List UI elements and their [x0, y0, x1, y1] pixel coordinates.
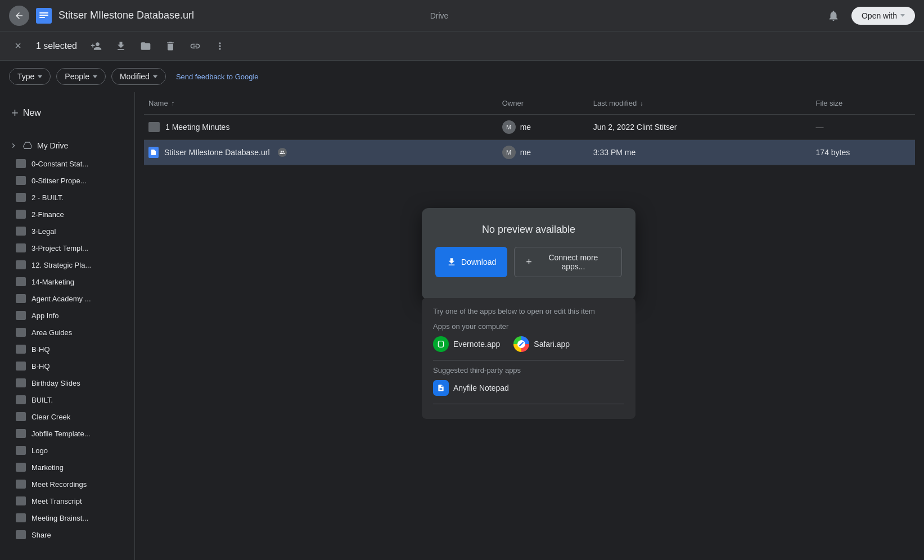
connect-apps-button[interactable]: + Connect more apps... — [514, 247, 622, 277]
sidebar-item-label: Meet Transcript — [31, 497, 82, 505]
popup-buttons: Download + Connect more apps... — [435, 247, 622, 277]
my-drive-header[interactable]: My Drive — [4, 136, 130, 155]
sidebar-item[interactable]: 2-Finance — [4, 206, 130, 223]
folder-icon — [16, 243, 26, 252]
anyfile-app-item[interactable]: Anyfile Notepad — [433, 380, 509, 396]
download-button[interactable]: Download — [435, 247, 507, 277]
modified-chevron-icon — [153, 75, 157, 78]
sidebar-item[interactable]: Marketing — [4, 459, 130, 476]
sidebar-item[interactable]: Share — [4, 526, 130, 543]
people-filter[interactable]: People — [56, 68, 106, 85]
sidebar-item[interactable]: Jobfile Template... — [4, 425, 130, 442]
sort-arrow-icon: ↑ — [171, 100, 174, 107]
selection-toolbar: × 1 selected — [0, 31, 924, 61]
notification-button[interactable] — [822, 4, 845, 27]
sidebar-item[interactable]: App Info — [4, 307, 130, 324]
sidebar-item[interactable]: Agent Academy ... — [4, 290, 130, 307]
copy-link-button[interactable] — [185, 36, 205, 56]
sidebar-item[interactable]: Meet Transcript — [4, 493, 130, 509]
folder-icon — [16, 227, 26, 236]
deselect-button[interactable]: × — [9, 37, 27, 55]
download-toolbar-button[interactable] — [111, 36, 131, 56]
sidebar-item-label: Meeting Brainst... — [31, 514, 88, 522]
modified-cell: Jun 2, 2022 Clint Stitser — [589, 115, 812, 140]
file-name-text: 1 Meeting Minutes — [165, 123, 229, 132]
evernote-icon — [433, 336, 449, 352]
move-button[interactable] — [136, 36, 156, 56]
table-row[interactable]: 1 Meeting MinutesMmeJun 2, 2022 Clint St… — [144, 115, 915, 140]
safari-app-item[interactable]: Safari.app — [513, 336, 570, 352]
folder-icon — [16, 530, 26, 539]
modified-sort-icon: ↓ — [640, 100, 643, 107]
sidebar-item[interactable]: Area Guides — [4, 324, 130, 341]
file-name-text: Stitser MIlestone Database.url — [164, 148, 270, 157]
owner-column-header: Owner — [498, 92, 589, 115]
popup-title: No preview available — [435, 224, 622, 236]
sidebar-item-label: Share — [31, 531, 51, 539]
folder-icon — [16, 362, 26, 371]
modified-filter[interactable]: Modified — [111, 68, 166, 85]
svg-rect-2 — [39, 15, 48, 16]
sidebar-item[interactable]: 12. Strategic Pla... — [4, 256, 130, 273]
sidebar-item-label: B-HQ — [31, 345, 50, 354]
sidebar-item[interactable]: BUILT. — [4, 391, 130, 408]
more-options-button[interactable] — [210, 36, 230, 56]
sidebar-item-label: 3-Project Templ... — [31, 244, 88, 252]
sidebar-item[interactable]: 0-Constant Stat... — [4, 155, 130, 172]
sidebar-item-label: 3-Legal — [31, 227, 56, 236]
folder-file-icon — [148, 122, 160, 132]
folder-icon — [16, 429, 26, 438]
sidebar-item[interactable]: Meet Recordings — [4, 476, 130, 493]
sidebar-item-label: Logo — [31, 446, 48, 455]
sidebar-item[interactable]: 0-Stitser Prope... — [4, 172, 130, 189]
sidebar-item[interactable]: Logo — [4, 442, 130, 459]
shared-badge — [278, 148, 287, 157]
sidebar-item-label: Birthday Slides — [31, 379, 80, 387]
sidebar-item-label: 0-Constant Stat... — [31, 160, 88, 168]
computer-apps-row: Evernote.app Safari.app — [433, 336, 624, 352]
share-button[interactable] — [86, 36, 106, 56]
table-row[interactable]: Stitser MIlestone Database.urlMme3:33 PM… — [144, 140, 915, 165]
safari-app-name: Safari.app — [534, 340, 570, 349]
type-filter[interactable]: Type — [9, 68, 51, 85]
file-row-name: Stitser MIlestone Database.url — [148, 147, 493, 158]
evernote-app-item[interactable]: Evernote.app — [433, 336, 500, 352]
sidebar-item[interactable]: 14-Marketing — [4, 273, 130, 290]
filesize-cell: 174 bytes — [812, 140, 915, 165]
chevron-right-icon — [9, 141, 18, 150]
anyfile-app-name: Anyfile Notepad — [453, 383, 509, 392]
sidebar-item[interactable]: Birthday Slides — [4, 374, 130, 391]
name-column-header[interactable]: Name ↑ — [144, 92, 498, 115]
folder-icon — [16, 463, 26, 472]
anyfile-icon — [433, 380, 449, 396]
sidebar-item[interactable]: B-HQ — [4, 341, 130, 358]
back-button[interactable] — [9, 6, 29, 26]
open-with-button[interactable]: Open with — [851, 7, 915, 25]
sidebar-item-label: 2 - BUILT. — [31, 193, 64, 202]
sidebar-item-label: BUILT. — [31, 396, 53, 404]
folder-icon — [16, 480, 26, 489]
sidebar-item[interactable]: Clear Creek — [4, 408, 130, 425]
sidebar-item[interactable]: 3-Project Templ... — [4, 240, 130, 256]
sidebar-items-container: 0-Constant Stat...0-Stitser Prope...2 - … — [4, 155, 130, 543]
folder-icon — [16, 311, 26, 320]
feedback-link[interactable]: Send feedback to Google — [176, 73, 259, 81]
modified-column-header[interactable]: Last modified ↓ — [589, 92, 812, 115]
sidebar-item[interactable]: 2 - BUILT. — [4, 189, 130, 206]
folder-icon — [16, 328, 26, 337]
sidebar-item[interactable]: B-HQ — [4, 358, 130, 374]
apps-panel: Try one of the apps below to open or edi… — [422, 298, 635, 419]
sidebar: + New My Drive 0-Constant Stat...0-Stits… — [0, 92, 135, 560]
owner-cell: Mme — [498, 140, 589, 165]
sidebar-item-label: 14-Marketing — [31, 278, 74, 286]
folder-icon — [16, 210, 26, 219]
modified-cell: 3:33 PM me — [589, 140, 812, 165]
delete-button[interactable] — [160, 36, 181, 56]
sidebar-item[interactable]: Meeting Brainst... — [4, 509, 130, 526]
new-button[interactable]: + New — [7, 101, 128, 125]
filter-bar: Type People Modified Send feedback to Go… — [0, 61, 924, 92]
file-table-body: 1 Meeting MinutesMmeJun 2, 2022 Clint St… — [144, 115, 915, 165]
sidebar-item-label: Agent Academy ... — [31, 295, 91, 303]
sidebar-item[interactable]: 3-Legal — [4, 223, 130, 240]
file-title: Stitser MIlestone Database.url — [58, 10, 419, 21]
